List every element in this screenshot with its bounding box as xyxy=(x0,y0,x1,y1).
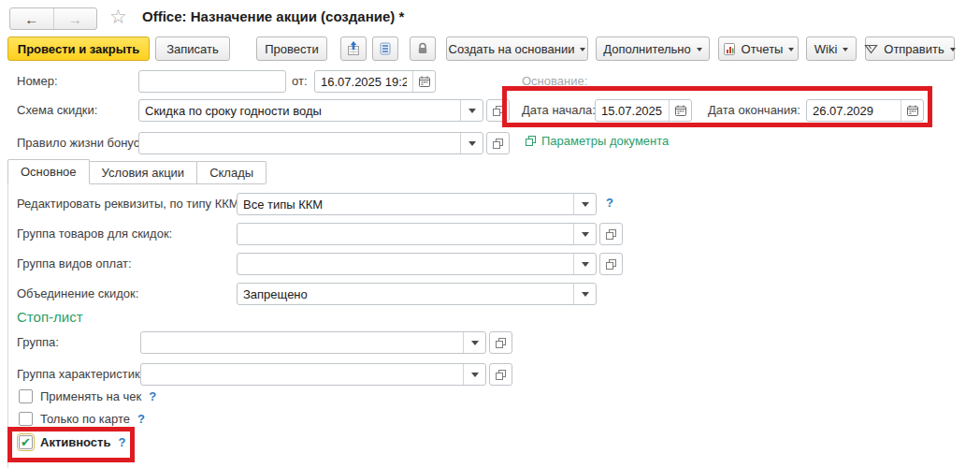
write-button[interactable]: Записать xyxy=(155,37,230,61)
favorite-star-icon[interactable]: ☆ xyxy=(109,6,127,28)
stop-char-group-label: Группа характеристик: xyxy=(17,367,143,382)
document-date-field[interactable] xyxy=(314,70,436,93)
discount-merge-label: Объединение скидок: xyxy=(17,286,138,301)
document-date-input[interactable] xyxy=(315,71,412,92)
bonus-rule-label: Правило жизни бонусов: xyxy=(17,136,156,151)
goods-group-open-button[interactable] xyxy=(599,223,623,245)
dropdown-arrow-icon xyxy=(582,232,589,241)
discount-merge-dropdown-button[interactable] xyxy=(573,284,596,304)
scheme-input[interactable] xyxy=(139,100,460,121)
tab-conditions[interactable]: Условия акции xyxy=(89,161,198,183)
bonus-rule-open-button[interactable] xyxy=(486,132,510,154)
goods-group-input[interactable] xyxy=(238,224,573,244)
check-icon: ✔ xyxy=(21,436,31,448)
page-title: Office: Назначение акции (создание) * xyxy=(142,8,404,24)
end-date-label: Дата окончания: xyxy=(708,103,800,118)
start-date-input[interactable] xyxy=(596,100,669,121)
start-date-field[interactable] xyxy=(595,99,692,122)
calendar-icon[interactable] xyxy=(901,100,923,121)
kkm-input[interactable] xyxy=(238,194,573,214)
reports-button[interactable]: Отчеты xyxy=(718,37,799,61)
open-link-icon xyxy=(606,229,616,240)
more-label: Дополнительно xyxy=(603,42,691,56)
scheme-dropdown-button[interactable] xyxy=(460,100,483,121)
reports-label: Отчеты xyxy=(742,42,784,56)
end-date-field[interactable] xyxy=(806,99,924,122)
stop-group-field[interactable] xyxy=(140,331,486,354)
kkm-dropdown-button[interactable] xyxy=(573,194,596,214)
bonus-rule-field[interactable] xyxy=(138,132,483,154)
stop-char-group-dropdown-button[interactable] xyxy=(463,364,485,385)
stop-group-dropdown-button[interactable] xyxy=(463,332,485,353)
scheme-field[interactable] xyxy=(138,99,483,122)
forward-icon: → xyxy=(68,11,82,27)
open-link-icon xyxy=(493,139,503,149)
open-link-icon xyxy=(496,338,506,348)
start-date-label: Дата начала: xyxy=(522,103,596,118)
discount-merge-field[interactable] xyxy=(237,283,597,305)
payment-group-field[interactable] xyxy=(237,253,597,275)
form-window: ← → ☆ Office: Назначение акции (создание… xyxy=(0,0,980,468)
register-records-icon xyxy=(378,41,393,56)
tab-main[interactable]: Основное xyxy=(7,159,90,184)
back-button[interactable]: ← xyxy=(10,8,53,29)
goods-group-label: Группа товаров для скидок: xyxy=(17,227,172,241)
forward-button[interactable]: → xyxy=(53,8,97,29)
stop-group-input[interactable] xyxy=(141,332,463,353)
stop-char-group-input[interactable] xyxy=(141,364,463,385)
payment-group-open-button[interactable] xyxy=(599,253,623,275)
stop-char-group-open-button[interactable] xyxy=(489,363,512,386)
card-only-row: ✔ Только по карте ? xyxy=(19,412,145,426)
kkm-field[interactable] xyxy=(237,193,597,215)
date-from-label: от: xyxy=(292,74,308,89)
tab-warehouses[interactable]: Склады xyxy=(196,161,267,183)
bonus-rule-input[interactable] xyxy=(139,133,460,154)
bonus-rule-dropdown-button[interactable] xyxy=(460,133,483,154)
card-only-checkbox[interactable]: ✔ xyxy=(19,412,33,426)
stop-char-group-field[interactable] xyxy=(140,363,486,386)
dropdown-arrow-icon xyxy=(582,292,589,300)
number-input[interactable] xyxy=(138,70,286,93)
wiki-label: Wiki xyxy=(814,42,838,56)
payment-group-label: Группа видов оплат: xyxy=(17,256,132,271)
apply-to-receipt-help-icon[interactable]: ? xyxy=(149,389,156,403)
open-link-icon xyxy=(606,259,616,270)
goods-group-dropdown-button[interactable] xyxy=(573,224,596,244)
payment-group-dropdown-button[interactable] xyxy=(573,254,596,274)
discount-merge-input[interactable] xyxy=(238,284,573,304)
report-icon xyxy=(723,42,736,56)
activity-checkbox[interactable]: ✔ xyxy=(19,435,33,449)
payment-group-input[interactable] xyxy=(238,254,573,274)
activity-help-icon[interactable]: ? xyxy=(118,435,125,449)
card-only-help-icon[interactable]: ? xyxy=(137,412,145,426)
chevron-down-icon xyxy=(843,48,848,54)
document-params-label: Параметры документа xyxy=(541,134,669,148)
post-document-icon-button[interactable] xyxy=(340,37,367,61)
open-link-icon xyxy=(493,106,503,116)
dropdown-arrow-icon xyxy=(582,262,589,271)
send-button[interactable]: Отправить xyxy=(865,37,955,61)
dropdown-arrow-icon xyxy=(471,341,479,349)
post-and-close-button[interactable]: Провести и закрыть xyxy=(7,37,150,61)
calendar-icon[interactable] xyxy=(669,100,691,121)
create-based-on-button[interactable]: Создать на основании xyxy=(446,37,588,61)
chevron-down-icon xyxy=(697,48,702,54)
stop-list-title: Стоп-лист xyxy=(17,309,83,325)
scheme-open-button[interactable] xyxy=(486,99,510,122)
document-movements-icon-button[interactable] xyxy=(372,37,398,61)
calendar-icon[interactable] xyxy=(412,71,435,92)
lock-icon-button[interactable] xyxy=(410,37,436,61)
apply-to-receipt-checkbox[interactable]: ✔ xyxy=(19,389,33,403)
goods-group-field[interactable] xyxy=(237,223,597,245)
open-link-icon xyxy=(496,370,506,380)
chevron-down-icon xyxy=(580,48,585,54)
post-button[interactable]: Провести xyxy=(256,37,327,61)
end-date-input[interactable] xyxy=(807,100,901,121)
more-button[interactable]: Дополнительно xyxy=(596,37,710,61)
kkm-help-icon[interactable]: ? xyxy=(606,196,613,210)
document-params-link[interactable]: Параметры документа xyxy=(526,134,669,148)
lock-icon xyxy=(416,42,429,55)
wiki-button[interactable]: Wiki xyxy=(806,37,857,61)
history-nav: ← → xyxy=(9,7,97,30)
stop-group-open-button[interactable] xyxy=(489,331,512,354)
